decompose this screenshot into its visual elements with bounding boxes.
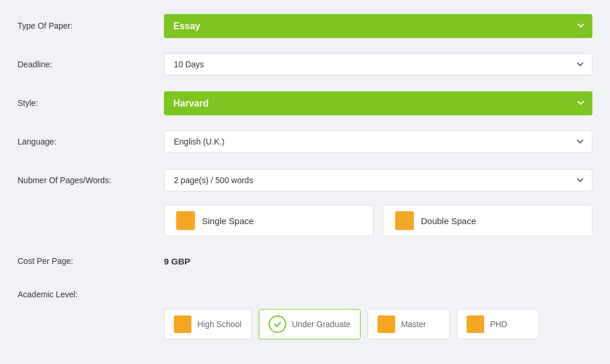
under-graduate-check-icon xyxy=(269,315,286,333)
style-select[interactable]: Harvard APA MLA Chicago xyxy=(164,91,592,115)
language-label: Language: xyxy=(18,137,164,146)
academic-option-phd[interactable]: PHD xyxy=(457,309,539,339)
single-space-option[interactable]: Single Space xyxy=(164,205,373,236)
single-space-label: Single Space xyxy=(202,216,253,226)
spacing-row: Single Space Double Space xyxy=(164,205,592,236)
deadline-row: Deadline: 10 Days 7 Days 5 Days 3 Days 1… xyxy=(18,50,592,78)
type-of-paper-row: Type Of Paper: Essay Research Paper Thes… xyxy=(18,12,592,40)
master-icon xyxy=(378,315,395,333)
academic-level-label: Academic Level: xyxy=(18,290,164,299)
type-of-paper-control: Essay Research Paper Thesis Coursework xyxy=(164,14,592,38)
academic-level-row: Academic Level: xyxy=(18,286,592,303)
deadline-control: 10 Days 7 Days 5 Days 3 Days 1 Day xyxy=(164,53,592,75)
deadline-label: Deadline: xyxy=(18,60,164,69)
academic-options: High School Under Graduate Master PHD xyxy=(164,309,592,339)
academic-option-under-graduate[interactable]: Under Graduate xyxy=(259,309,361,339)
pages-select[interactable]: 1 page(s) / 250 words 2 page(s) / 500 wo… xyxy=(164,169,592,191)
pages-label: Nubmer Of Pages/Words: xyxy=(18,176,164,185)
language-control: English (U.K.) English (U.S.) xyxy=(164,131,592,153)
cost-label: Cost Per Page: xyxy=(18,256,164,266)
under-graduate-label: Under Graduate xyxy=(292,320,351,329)
deadline-select[interactable]: 10 Days 7 Days 5 Days 3 Days 1 Day xyxy=(164,53,592,75)
high-school-icon xyxy=(174,315,191,333)
type-of-paper-select[interactable]: Essay Research Paper Thesis Coursework xyxy=(164,14,592,38)
cost-value: 9 GBP xyxy=(164,256,190,266)
style-label: Style: xyxy=(18,98,164,108)
pages-control: 1 page(s) / 250 words 2 page(s) / 500 wo… xyxy=(164,169,592,191)
style-row: Style: Harvard APA MLA Chicago xyxy=(18,89,592,117)
academic-option-high-school[interactable]: High School xyxy=(164,309,252,339)
double-space-icon xyxy=(395,211,414,230)
single-space-icon xyxy=(176,211,195,230)
academic-option-master[interactable]: Master xyxy=(368,309,450,339)
cost-row: Cost Per Page: 9 GBP xyxy=(18,247,592,275)
language-select[interactable]: English (U.K.) English (U.S.) xyxy=(164,131,592,153)
phd-icon xyxy=(467,315,484,333)
pages-row: Nubmer Of Pages/Words: 1 page(s) / 250 w… xyxy=(18,166,592,194)
type-of-paper-label: Type Of Paper: xyxy=(18,21,164,30)
master-label: Master xyxy=(401,320,426,329)
double-space-label: Double Space xyxy=(421,216,476,226)
double-space-option[interactable]: Double Space xyxy=(383,205,592,236)
language-row: Language: English (U.K.) English (U.S.) xyxy=(18,128,592,156)
style-control: Harvard APA MLA Chicago xyxy=(164,91,592,115)
high-school-label: High School xyxy=(197,320,242,329)
phd-label: PHD xyxy=(490,320,508,329)
